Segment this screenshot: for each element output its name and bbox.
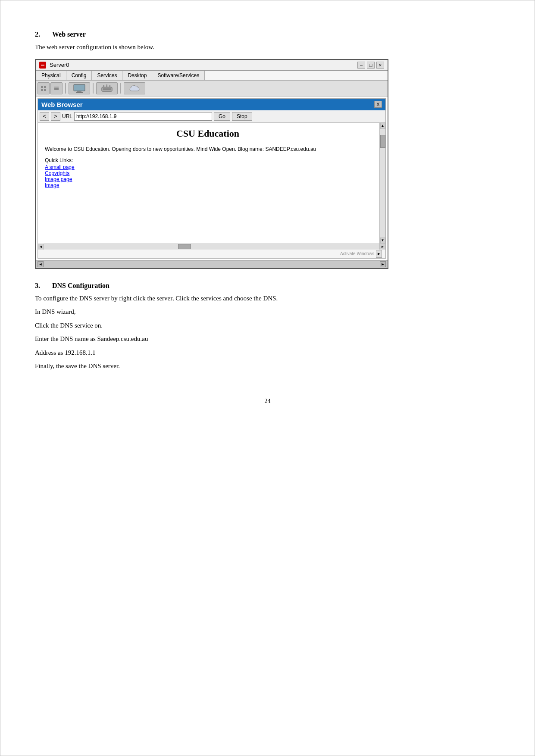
sim-titlebar: Server0 – □ ×: [36, 60, 388, 71]
browser-page-title: CSU Education: [45, 128, 371, 139]
section-3-title: DNS Configuration: [52, 282, 110, 290]
scrollbar-h-track: [44, 244, 379, 250]
web-browser-titlebar: Web Browser X: [38, 99, 385, 110]
scroll-arrow-up[interactable]: ▲: [380, 123, 385, 129]
link-small-page[interactable]: A small page: [45, 164, 371, 170]
toolbar-icon-desktop[interactable]: [69, 82, 90, 94]
sim-title: Server0: [50, 62, 69, 68]
sim-titlebar-left: Server0: [39, 62, 69, 69]
section-3-para-5: Finally, the save the DNS server.: [35, 361, 500, 372]
toolbar-sep-3: [120, 83, 121, 94]
nav-stop-btn[interactable]: Stop: [232, 112, 252, 121]
toolbar-icon-1[interactable]: [38, 82, 50, 94]
tab-services[interactable]: Services: [92, 71, 122, 80]
sim-bottom-arrow-right[interactable]: ►: [380, 261, 386, 267]
page-number: 24: [35, 398, 500, 405]
sim-titlebar-controls: – □ ×: [357, 62, 384, 69]
toolbar-group-1: [38, 82, 63, 94]
section-3-para-2: Click the DNS service on.: [35, 320, 500, 331]
scrollbar-vertical[interactable]: ▲ ▼: [379, 123, 385, 244]
sim-minimize-btn[interactable]: –: [357, 62, 365, 69]
web-browser-nav: < > URL Go Stop: [38, 110, 385, 123]
svg-rect-13: [103, 88, 111, 90]
toolbar-icon-router[interactable]: [96, 82, 118, 94]
nav-url-label: URL: [62, 113, 72, 119]
activate-watermark: Activate Windows: [340, 251, 374, 256]
toolbar-icon-cloud[interactable]: [124, 82, 145, 94]
quick-links-label: Quick Links:: [45, 157, 371, 163]
svg-rect-1: [41, 65, 44, 66]
scroll-arrow-down[interactable]: ▼: [380, 237, 385, 244]
section-3-number: 3.: [35, 282, 52, 290]
section-3: 3. DNS Configuration To configure the DN…: [35, 282, 500, 372]
sim-app-icon: [39, 62, 46, 69]
toolbar-icon-2[interactable]: [50, 82, 63, 94]
web-browser-title: Web Browser: [41, 101, 83, 108]
section-3-para-4: Address as 192.168.1.1: [35, 347, 500, 359]
svg-rect-6: [54, 87, 59, 87]
nav-url-input[interactable]: [74, 112, 212, 121]
section-2-intro: The web server configuration is shown be…: [35, 42, 500, 53]
svg-rect-5: [44, 89, 46, 91]
svg-rect-3: [41, 89, 43, 91]
section-2-title: Web server: [52, 31, 86, 38]
sim-tabs-bar: Physical Config Services Desktop Softwar…: [36, 71, 388, 81]
web-browser-close-btn[interactable]: X: [374, 101, 382, 108]
web-browser-panel: Web Browser X < > URL Go Stop CSU Educat…: [38, 98, 386, 259]
tab-physical[interactable]: Physical: [36, 71, 66, 80]
section-3-para-3: Enter the DNS name as Sandeep.csu.edu.au: [35, 334, 500, 345]
link-copyrights[interactable]: Copyrights: [45, 170, 371, 176]
nav-back-btn[interactable]: <: [40, 112, 49, 121]
link-image[interactable]: Image: [45, 182, 371, 188]
svg-rect-9: [74, 84, 85, 91]
toolbar-sep-2: [93, 83, 94, 94]
scrollbar-horizontal-area: ◄ ►: [38, 244, 385, 250]
nav-go-btn[interactable]: Go: [214, 112, 230, 121]
document-page: 2. Web server The web server configurati…: [0, 0, 535, 756]
browser-links-section: Quick Links: A small page Copyrights Ima…: [45, 157, 371, 188]
simulator-window: Server0 – □ × Physical Config Services D…: [35, 59, 388, 269]
svg-rect-8: [54, 89, 59, 90]
sim-close-btn[interactable]: ×: [376, 62, 384, 69]
link-image-page[interactable]: Image page: [45, 176, 371, 182]
activate-watermark-bar: Activate Windows ►: [38, 250, 385, 258]
toolbar-sep-1: [65, 83, 66, 94]
scroll-arrow-left[interactable]: ◄: [38, 244, 44, 250]
browser-content: CSU Education Welcome to CSU Education. …: [38, 123, 379, 244]
sim-bottom-bar: ◄ ►: [36, 260, 388, 268]
sim-scroll-right-btn[interactable]: ►: [376, 250, 382, 258]
sim-bottom-arrow-left[interactable]: ◄: [38, 261, 44, 267]
svg-rect-2: [41, 86, 43, 88]
section-3-para-0: To configure the DNS server by right cli…: [35, 293, 500, 304]
browser-content-area: CSU Education Welcome to CSU Education. …: [38, 123, 385, 244]
tab-config[interactable]: Config: [66, 71, 92, 80]
tab-desktop[interactable]: Desktop: [122, 71, 152, 80]
sim-bottom-left: ◄: [38, 261, 44, 267]
svg-rect-4: [44, 86, 46, 88]
sim-toolbar: [36, 81, 388, 97]
section-2-number: 2.: [35, 31, 52, 38]
nav-forward-btn[interactable]: >: [51, 112, 60, 121]
svg-rect-11: [76, 92, 83, 93]
svg-rect-10: [77, 91, 81, 92]
scroll-arrow-right[interactable]: ►: [379, 244, 385, 250]
svg-rect-7: [54, 88, 59, 89]
sim-bottom-right: ►: [380, 261, 386, 267]
browser-page-body: Welcome to CSU Education. Opening doors …: [45, 145, 371, 153]
scroll-thumb-h[interactable]: [178, 244, 191, 249]
tab-software-services[interactable]: Software/Services: [152, 71, 205, 80]
scroll-thumb-v[interactable]: [380, 135, 385, 148]
section-2: 2. Web server The web server configurati…: [35, 31, 500, 269]
section-3-para-1: In DNS wizard,: [35, 306, 500, 318]
sim-maximize-btn[interactable]: □: [367, 62, 375, 69]
